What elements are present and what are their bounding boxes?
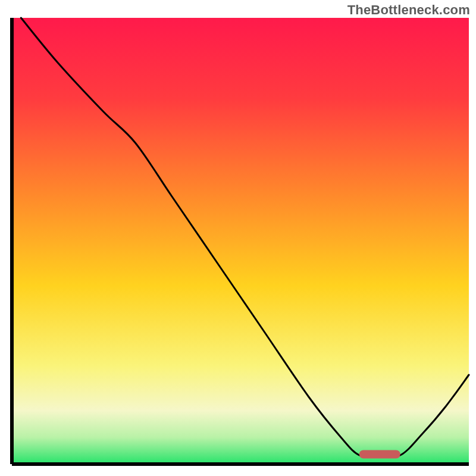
plot-background [12,18,469,464]
chart-canvas [0,0,476,476]
bottleneck-chart: TheBottleneck.com [0,0,476,476]
optimal-range-marker [359,450,400,459]
watermark-text: TheBottleneck.com [347,2,470,18]
